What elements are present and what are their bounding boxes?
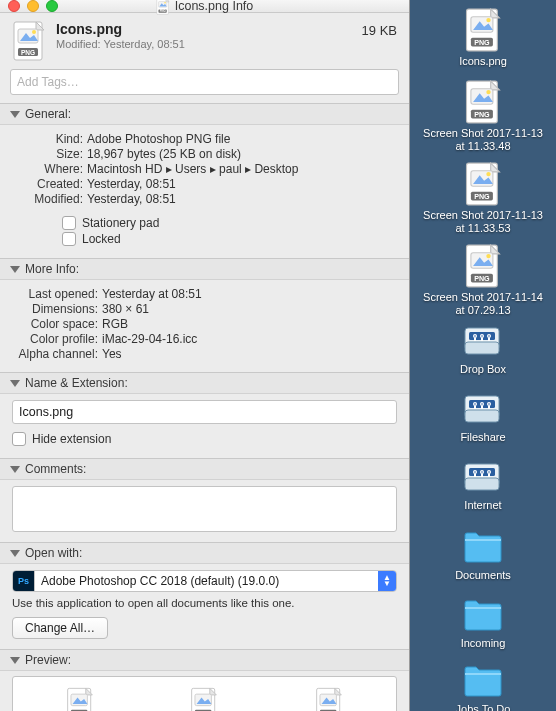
section-open-with-body: Ps Adobe Photoshop CC 2018 (default) (19… — [0, 564, 409, 649]
file-icon: PNG — [190, 687, 218, 711]
network-drive-icon — [461, 322, 505, 360]
label-size: Size: — [12, 147, 87, 161]
section-title: Name & Extension: — [25, 376, 128, 390]
open-with-hint: Use this application to open all documen… — [12, 597, 397, 609]
open-with-dropdown[interactable]: Ps Adobe Photoshop CC 2018 (default) (19… — [12, 570, 397, 592]
label-modified: Modified: — [12, 192, 87, 206]
value-color-space: RGB — [102, 317, 397, 331]
desktop-item[interactable]: Internet — [418, 458, 548, 512]
label-kind: Kind: — [12, 132, 87, 146]
section-general-header[interactable]: General: — [0, 103, 409, 125]
desktop-area: Icons.pngScreen Shot 2017-11-13 at 11.33… — [410, 0, 556, 711]
png-file-icon — [464, 8, 502, 52]
tags-field[interactable]: Add Tags… — [10, 69, 399, 95]
label-alpha: Alpha channel: — [12, 347, 102, 361]
desktop-item[interactable]: Screen Shot 2017-11-13 at 11.33.48 — [418, 80, 548, 153]
section-comments-header[interactable]: Comments: — [0, 458, 409, 480]
folder-icon — [461, 594, 505, 634]
desktop-item[interactable]: Fileshare — [418, 390, 548, 444]
desktop-item-label: Documents — [455, 569, 511, 582]
file-icon: JPEG — [66, 687, 94, 711]
desktop-item[interactable]: Screen Shot 2017-11-13 at 11.33.53 — [418, 162, 548, 235]
section-preview-header[interactable]: Preview: — [0, 649, 409, 671]
value-size: 18,967 bytes (25 KB on disk) — [87, 147, 397, 161]
folder-icon — [461, 526, 505, 566]
photoshop-app-icon: Ps — [13, 571, 35, 591]
preview-thumb[interactable]: TIFF Untitled-1.tif — [271, 687, 386, 711]
file-size-heading: 19 KB — [362, 21, 397, 38]
window-controls — [8, 0, 58, 12]
value-kind: Adobe Photoshop PNG file — [87, 132, 397, 146]
section-general-body: Kind:Adobe Photoshop PNG file Size:18,96… — [0, 125, 409, 258]
dropdown-arrows-icon: ▲▼ — [378, 571, 396, 591]
comments-textarea[interactable] — [12, 486, 397, 532]
stationery-checkbox[interactable] — [62, 216, 76, 230]
section-title: Preview: — [25, 653, 71, 667]
disclosure-icon — [10, 657, 20, 664]
file-icon — [12, 21, 46, 61]
value-where: Macintosh HD ▸ Users ▸ paul ▸ Desktop — [87, 162, 397, 176]
preview-thumb[interactable]: JPEG Untitled-1.jpg — [23, 687, 138, 711]
desktop-item[interactable]: Icons.png — [418, 8, 548, 68]
titlebar[interactable]: Icons.png Info — [0, 0, 409, 13]
file-icon: TIFF — [315, 687, 343, 711]
desktop-item[interactable]: Jobs To Do — [418, 660, 548, 711]
section-title: General: — [25, 107, 71, 121]
label-dimensions: Dimensions: — [12, 302, 102, 316]
png-file-icon — [464, 80, 502, 124]
section-name-ext-body: Hide extension — [0, 394, 409, 458]
stationery-label: Stationery pad — [82, 216, 159, 230]
network-drive-icon — [461, 390, 505, 428]
title-file-icon — [156, 0, 170, 15]
desktop-item-label: Jobs To Do — [456, 703, 511, 711]
disclosure-icon — [10, 111, 20, 118]
locked-checkbox[interactable] — [62, 232, 76, 246]
desktop-item[interactable]: Documents — [418, 526, 548, 582]
disclosure-icon — [10, 266, 20, 273]
label-last-opened: Last opened: — [12, 287, 102, 301]
minimize-button[interactable] — [27, 0, 39, 12]
disclosure-icon — [10, 466, 20, 473]
section-title: Open with: — [25, 546, 82, 560]
network-drive-icon — [461, 458, 505, 496]
desktop-item-label: Internet — [464, 499, 501, 512]
desktop-item-label: Icons.png — [459, 55, 507, 68]
section-open-with-header[interactable]: Open with: — [0, 542, 409, 564]
close-button[interactable] — [8, 0, 20, 12]
value-dimensions: 380 × 61 — [102, 302, 397, 316]
desktop-item[interactable]: Screen Shot 2017-11-14 at 07.29.13 — [418, 244, 548, 317]
section-more-info-body: Last opened:Yesterday at 08:51 Dimension… — [0, 280, 409, 372]
change-all-button[interactable]: Change All… — [12, 617, 108, 639]
desktop-item-label: Screen Shot 2017-11-13 at 11.33.53 — [418, 209, 548, 235]
folder-icon — [461, 660, 505, 700]
section-comments-body — [0, 480, 409, 542]
label-where: Where: — [12, 162, 87, 176]
desktop-item[interactable]: Drop Box — [418, 322, 548, 376]
section-name-ext-header[interactable]: Name & Extension: — [0, 372, 409, 394]
section-more-info-header[interactable]: More Info: — [0, 258, 409, 280]
value-created: Yesterday, 08:51 — [87, 177, 397, 191]
open-with-selected: Adobe Photoshop CC 2018 (default) (19.0.… — [35, 574, 378, 588]
desktop-item-label: Fileshare — [460, 431, 505, 444]
desktop-item-label: Incoming — [461, 637, 506, 650]
disclosure-icon — [10, 380, 20, 387]
value-modified: Yesterday, 08:51 — [87, 192, 397, 206]
preview-area: JPEG Untitled-1.jpg PNG Untitled-1.png T… — [12, 676, 397, 711]
desktop-item[interactable]: Incoming — [418, 594, 548, 650]
disclosure-icon — [10, 550, 20, 557]
hide-extension-label: Hide extension — [32, 432, 111, 446]
desktop-item-label: Screen Shot 2017-11-13 at 11.33.48 — [418, 127, 548, 153]
label-created: Created: — [12, 177, 87, 191]
zoom-button[interactable] — [46, 0, 58, 12]
png-file-icon — [464, 162, 502, 206]
preview-thumb[interactable]: PNG Untitled-1.png — [147, 687, 262, 711]
hide-extension-checkbox[interactable] — [12, 432, 26, 446]
label-color-space: Color space: — [12, 317, 102, 331]
desktop-item-label: Drop Box — [460, 363, 506, 376]
filename-input[interactable] — [12, 400, 397, 424]
window-title: Icons.png Info — [175, 0, 254, 13]
get-info-window: Icons.png Info Icons.png Modified: Yeste… — [0, 0, 410, 711]
value-last-opened: Yesterday at 08:51 — [102, 287, 397, 301]
section-title: More Info: — [25, 262, 79, 276]
locked-label: Locked — [82, 232, 121, 246]
